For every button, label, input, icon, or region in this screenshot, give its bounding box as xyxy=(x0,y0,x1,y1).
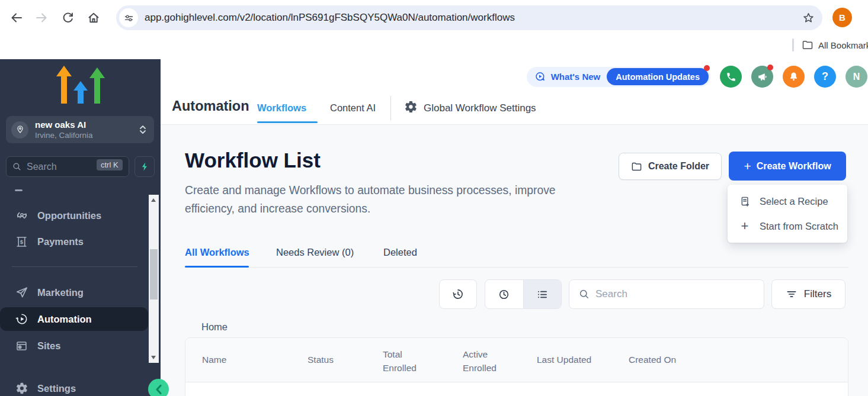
column-header-active-enrolled: Active Enrolled xyxy=(463,347,507,375)
announcements-button[interactable] xyxy=(751,66,773,88)
all-bookmarks-label[interactable]: All Bookmarks xyxy=(818,40,868,50)
site-settings-icon[interactable] xyxy=(119,8,138,27)
search-icon xyxy=(12,162,22,172)
scrollbar-thumb[interactable] xyxy=(150,249,158,300)
whats-new-label: What's New xyxy=(551,72,601,82)
keyboard-shortcut-badge: ctrl K xyxy=(97,159,123,170)
sidebar-divider xyxy=(12,266,137,267)
section-description: Create and manage Workflows to automate … xyxy=(185,181,600,218)
phone-icon xyxy=(726,72,736,82)
tab-content-ai[interactable]: Content AI xyxy=(330,102,376,114)
tab-workflows[interactable]: Workflows xyxy=(257,102,306,114)
column-header-total-enrolled: Total Enrolled xyxy=(383,347,427,375)
list-view-toggle[interactable] xyxy=(523,280,562,308)
table-body xyxy=(185,382,848,396)
user-avatar[interactable]: N xyxy=(845,66,867,88)
history-clock-icon xyxy=(451,288,465,301)
list-tabs-border xyxy=(185,267,848,268)
scroll-up-arrow[interactable] xyxy=(151,198,156,202)
account-chevrons-icon xyxy=(139,124,147,136)
browser-reload-icon[interactable] xyxy=(59,9,76,26)
recipe-icon xyxy=(738,196,751,207)
workflow-search[interactable] xyxy=(569,279,764,309)
gear-icon xyxy=(15,382,28,395)
scroll-down-arrow[interactable] xyxy=(151,356,156,359)
sidebar-item-marketing[interactable]: Marketing xyxy=(0,284,148,301)
svg-text:$: $ xyxy=(20,239,24,245)
quick-actions-button[interactable] xyxy=(134,156,155,177)
help-button[interactable]: ? xyxy=(814,66,836,88)
create-workflow-button[interactable]: + Create Workflow xyxy=(729,152,846,181)
sidebar-item-label: Sites xyxy=(37,340,60,352)
browser-profile-avatar[interactable]: B xyxy=(832,8,852,27)
sidebar-item-automation[interactable]: Automation xyxy=(0,307,148,331)
sidebar: new oaks AI Irvine, California ctrl K Op… xyxy=(0,59,161,396)
bell-icon xyxy=(788,71,799,82)
execution-logs-button[interactable] xyxy=(439,279,477,309)
notification-dot xyxy=(704,65,710,71)
main-area: What's New Automation Updates ? N xyxy=(161,59,868,396)
filters-label: Filters xyxy=(804,288,831,300)
paper-plane-icon xyxy=(15,286,28,300)
create-folder-button[interactable]: Create Folder xyxy=(619,153,722,180)
column-header-status: Status xyxy=(308,355,334,365)
phone-button[interactable] xyxy=(720,66,742,88)
sidebar-collapse-button[interactable] xyxy=(148,379,169,396)
column-header-name: Name xyxy=(202,355,226,365)
account-switcher[interactable]: new oaks AI Irvine, California xyxy=(6,116,154,143)
url-text[interactable]: app.gohighlevel.com/v2/location/lnPS691g… xyxy=(145,12,797,24)
global-workflow-settings[interactable]: Global Workflow Settings xyxy=(424,102,536,114)
menu-item-start-scratch[interactable]: + Start from Scratch xyxy=(728,214,847,239)
header-divider xyxy=(390,96,391,120)
opportunities-icon xyxy=(15,209,28,223)
list-icon xyxy=(536,288,549,301)
chevron-left-icon xyxy=(154,384,164,395)
account-location: Irvine, California xyxy=(35,130,139,140)
sidebar-item-label: Automation xyxy=(37,314,92,325)
menu-item-select-recipe[interactable]: Select a Recipe xyxy=(728,189,847,214)
sidebar-search-input[interactable] xyxy=(27,162,80,172)
bookmark-star-icon[interactable] xyxy=(802,11,815,25)
clock-icon xyxy=(498,288,510,301)
megaphone-icon xyxy=(757,72,768,82)
filters-button[interactable]: Filters xyxy=(771,279,845,309)
address-bar[interactable]: app.gohighlevel.com/v2/location/lnPS691g… xyxy=(116,5,822,30)
sidebar-item-label: Settings xyxy=(37,383,76,394)
location-pin-icon xyxy=(11,121,28,139)
clipped-nav-item xyxy=(15,189,23,191)
bookmarks-divider xyxy=(792,38,794,51)
avatar-initial: N xyxy=(853,72,860,82)
whats-new-icon xyxy=(534,71,546,83)
create-workflow-dropdown: Select a Recipe + Start from Scratch xyxy=(728,185,847,243)
folder-icon xyxy=(631,161,642,172)
breadcrumb[interactable]: Home xyxy=(201,321,228,333)
recent-view-toggle[interactable] xyxy=(485,280,523,308)
account-name: new oaks AI xyxy=(35,120,139,130)
sidebar-item-opportunities[interactable]: Opportunities xyxy=(0,207,148,224)
workflow-table: Name Status Total Enrolled Active Enroll… xyxy=(185,337,848,396)
sidebar-scrollbar[interactable] xyxy=(149,195,159,363)
automation-updates-badge[interactable]: Automation Updates xyxy=(607,68,709,85)
sidebar-item-sites[interactable]: Sites xyxy=(0,337,148,355)
bookmarks-folder-icon[interactable] xyxy=(802,39,813,51)
sidebar-item-settings[interactable]: Settings xyxy=(0,379,148,396)
create-workflow-label: Create Workflow xyxy=(757,161,831,172)
tab-all-workflows[interactable]: All Workflows xyxy=(185,247,249,258)
column-header-created-on: Created On xyxy=(629,355,676,365)
page-title: Automation xyxy=(172,98,249,114)
table-header-row: Name Status Total Enrolled Active Enroll… xyxy=(185,338,848,382)
page-header: What's New Automation Updates ? N xyxy=(161,59,868,125)
search-icon xyxy=(578,288,590,300)
browser-forward-icon[interactable] xyxy=(33,9,50,26)
browser-home-icon[interactable] xyxy=(85,9,102,26)
create-folder-label: Create Folder xyxy=(648,161,709,172)
tab-needs-review[interactable]: Needs Review (0) xyxy=(276,247,354,258)
workflow-search-input[interactable] xyxy=(595,280,758,308)
column-header-last-updated: Last Updated xyxy=(537,355,591,365)
notifications-button[interactable] xyxy=(783,66,805,88)
tab-deleted[interactable]: Deleted xyxy=(383,247,417,258)
sidebar-item-payments[interactable]: $ Payments xyxy=(0,233,148,250)
whats-new-pill[interactable]: What's New Automation Updates xyxy=(527,67,710,87)
notification-dot xyxy=(767,65,773,70)
browser-back-icon[interactable] xyxy=(8,9,25,26)
